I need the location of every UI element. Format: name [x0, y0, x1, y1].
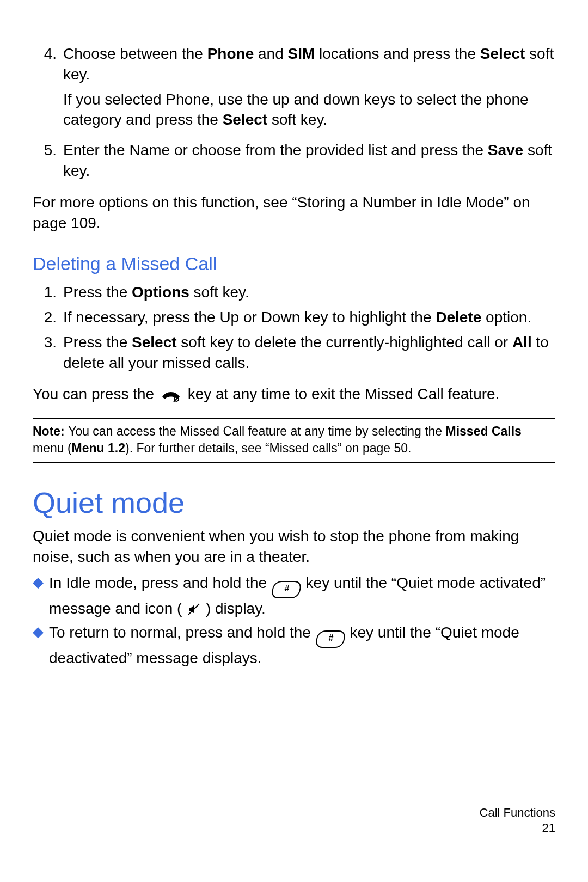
list-text: Choose between the Phone and SIM locatio…: [63, 44, 555, 85]
ordered-list-continue: 4. Choose between the Phone and SIM loca…: [33, 44, 555, 181]
bullet-item: ◆ In Idle mode, press and hold the # key…: [33, 573, 555, 621]
heading-deleting-missed-call: Deleting a Missed Call: [33, 252, 555, 277]
list-item-4-sub: If you selected Phone, use the up and do…: [33, 89, 555, 131]
diamond-bullet-icon: ◆: [33, 622, 49, 669]
bullet-text: To return to normal, press and hold the …: [49, 622, 555, 669]
list-text: Enter the Name or choose from the provid…: [63, 140, 555, 181]
bullet-item: ◆ To return to normal, press and hold th…: [33, 622, 555, 669]
divider: [33, 462, 555, 463]
list-number: 5.: [33, 140, 63, 181]
list-number: 4.: [33, 44, 63, 85]
hash-key-icon: #: [270, 581, 302, 598]
mute-icon: [187, 601, 200, 621]
note-block: Note: You can access the Missed Call fea…: [33, 422, 555, 458]
list-item: 1. Press the Options soft key.: [33, 282, 555, 303]
list-text: Press the Options soft key.: [63, 282, 249, 303]
list-number: 3.: [33, 332, 63, 373]
list-item: 3. Press the Select soft key to delete t…: [33, 332, 555, 373]
end-call-key-icon: [161, 387, 181, 408]
quiet-intro-paragraph: Quiet mode is convenient when you wish t…: [33, 526, 555, 567]
list-text: Press the Select soft key to delete the …: [63, 332, 555, 373]
list-item: 2. If necessary, press the Up or Down ke…: [33, 307, 555, 328]
list-text: If necessary, press the Up or Down key t…: [63, 307, 531, 328]
heading-quiet-mode: Quiet mode: [33, 483, 555, 523]
list-item-4: 4. Choose between the Phone and SIM loca…: [33, 44, 555, 85]
bullet-text: In Idle mode, press and hold the # key u…: [49, 573, 555, 621]
list-item-5: 5. Enter the Name or choose from the pro…: [33, 140, 555, 181]
diamond-bullet-icon: ◆: [33, 573, 49, 621]
divider: [33, 418, 555, 419]
exit-paragraph: You can press the key at any time to exi…: [33, 384, 555, 408]
footer-page-number: 21: [480, 820, 555, 836]
list-number: 2.: [33, 307, 63, 328]
page-footer: Call Functions 21: [480, 805, 555, 836]
hash-key-icon: #: [314, 630, 346, 648]
ordered-list-delete: 1. Press the Options soft key. 2. If nec…: [33, 282, 555, 373]
footer-section-name: Call Functions: [480, 805, 555, 821]
for-more-paragraph: For more options on this function, see “…: [33, 192, 555, 234]
list-number: 1.: [33, 282, 63, 303]
